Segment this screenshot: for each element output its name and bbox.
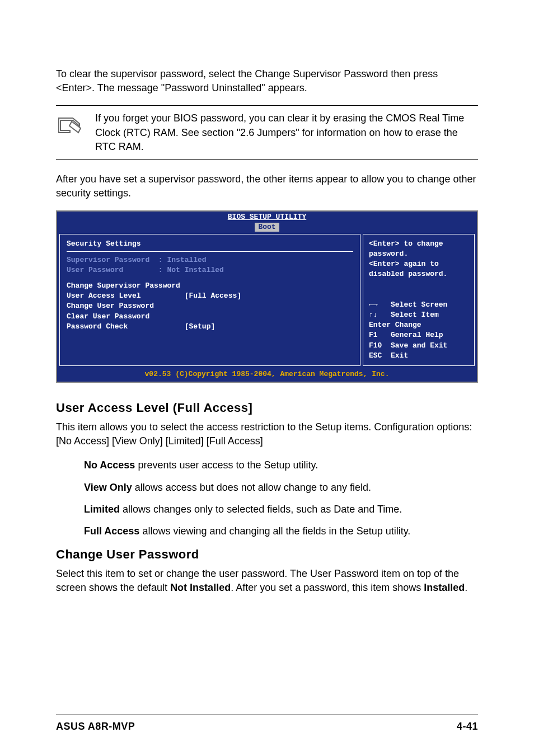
footer-page-number: 4-41 bbox=[457, 720, 478, 734]
page-footer: ASUS A8R-MVP 4-41 bbox=[56, 715, 478, 734]
option-desc: allows viewing and changing all the fiel… bbox=[139, 525, 410, 537]
option-desc: allows changes only to selected fields, … bbox=[120, 504, 402, 515]
bios-active-tab: Boot bbox=[255, 223, 279, 232]
option-full-access: Full Access allows viewing and changing … bbox=[84, 524, 478, 538]
bios-item-password-check: Password Check [Setup] bbox=[67, 322, 353, 332]
option-desc: allows access but does not allow change … bbox=[132, 482, 371, 493]
bios-title-text: BIOS SETUP UTILITY bbox=[228, 213, 306, 221]
option-name: View Only bbox=[84, 482, 132, 493]
heading-user-access-level: User Access Level (Full Access] bbox=[56, 400, 478, 417]
bios-left-panel: Security Settings Supervisor Password : … bbox=[59, 234, 360, 367]
bios-help-text: <Enter> to change password. <Enter> agai… bbox=[369, 239, 469, 280]
option-view-only: View Only allows access but does not all… bbox=[84, 481, 478, 495]
bios-item-change-user: Change User Password bbox=[67, 301, 353, 311]
ual-description: This item allows you to select the acces… bbox=[56, 420, 478, 448]
option-name: Limited bbox=[84, 504, 120, 515]
bios-item-clear-user: Clear User Password bbox=[67, 312, 353, 322]
footer-product: ASUS A8R-MVP bbox=[56, 720, 135, 734]
option-limited: Limited allows changes only to selected … bbox=[84, 503, 478, 516]
option-no-access: No Access prevents user access to the Se… bbox=[84, 458, 478, 472]
bios-right-panel: <Enter> to change password. <Enter> agai… bbox=[363, 234, 475, 367]
note-box: If you forget your BIOS password, you ca… bbox=[56, 105, 478, 160]
intro-paragraph-2: After you have set a supervisor password… bbox=[56, 172, 478, 200]
option-name: No Access bbox=[84, 459, 135, 471]
bios-screenshot: BIOS SETUP UTILITY Boot Security Setting… bbox=[56, 210, 478, 383]
note-icon bbox=[56, 111, 84, 140]
bios-item-user-access-level: User Access Level [Full Access] bbox=[67, 291, 353, 301]
heading-change-user-password: Change User Password bbox=[56, 546, 478, 564]
bios-nav-help: ←→ Select Screen ↑↓ Select Item Enter Ch… bbox=[369, 300, 469, 361]
cup-description: Select this item to set or change the us… bbox=[56, 567, 478, 595]
option-name: Full Access bbox=[84, 525, 139, 537]
note-text: If you forget your BIOS password, you ca… bbox=[95, 111, 478, 154]
bios-supervisor-status: Supervisor Password : Installed bbox=[67, 255, 353, 265]
bios-item-change-supervisor: Change Supervisor Password bbox=[67, 281, 353, 291]
option-desc: prevents user access to the Setup utilit… bbox=[135, 459, 318, 471]
bios-copyright: v02.53 (C)Copyright 1985-2004, American … bbox=[57, 368, 477, 382]
bios-user-status: User Password : Not Installed bbox=[67, 265, 353, 275]
intro-paragraph-1: To clear the supervisor password, select… bbox=[56, 67, 478, 95]
bios-title-bar: BIOS SETUP UTILITY Boot bbox=[57, 212, 477, 231]
bios-section-heading: Security Settings bbox=[67, 239, 353, 252]
